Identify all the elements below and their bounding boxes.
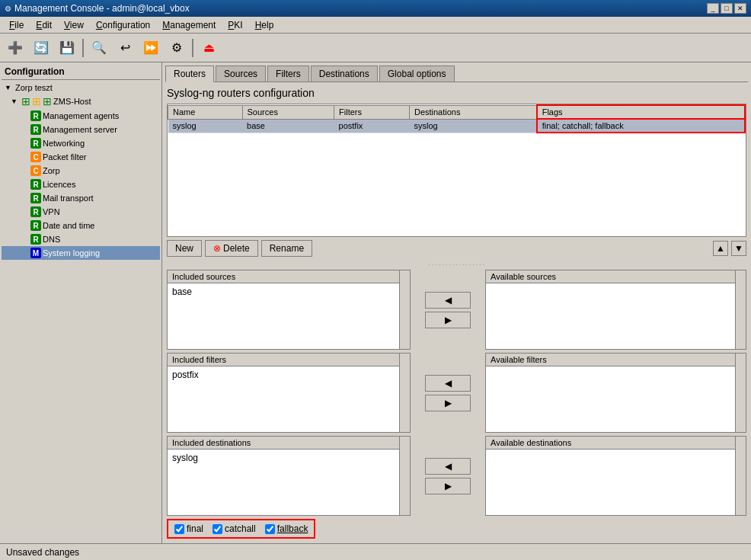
r-icon: R xyxy=(30,193,41,203)
r-icon: R xyxy=(30,124,41,135)
new-button[interactable]: New xyxy=(167,240,202,257)
flag-catchall-checkbox[interactable]: catchall xyxy=(213,523,256,534)
toolbar-settings-button[interactable]: ⚙ xyxy=(165,37,189,59)
host-icon3: ⊞ xyxy=(43,95,52,107)
flag-catchall-input[interactable] xyxy=(213,524,222,534)
sidebar-item-dns[interactable]: R DNS xyxy=(2,232,160,246)
sidebar-item-label: Zorp xyxy=(43,166,60,175)
new-button-label: New xyxy=(175,243,193,254)
available-sources-panel: Available sources xyxy=(485,270,746,350)
destinations-move-right-btn[interactable]: ▶ xyxy=(425,478,471,494)
destinations-move-left-btn[interactable]: ◀ xyxy=(425,458,471,475)
sidebar-item-mgmt-server[interactable]: R Management server xyxy=(2,123,160,136)
action-button-bar: New ⊗ Delete Rename ▲ ▼ xyxy=(167,237,746,260)
rename-button-label: Rename xyxy=(270,243,304,254)
delete-button-label: Delete xyxy=(223,243,250,254)
menu-view[interactable]: View xyxy=(58,18,90,32)
sidebar-item-mgmt-agents[interactable]: R Management agents xyxy=(2,109,160,123)
toolbar-save-button[interactable]: 💾 xyxy=(55,37,79,59)
sources-arrows: ◀ ▶ xyxy=(414,270,482,350)
scroll-down-btn[interactable]: ▼ xyxy=(731,241,746,256)
r-icon: R xyxy=(30,179,41,190)
sidebar-item-label: Mail transport xyxy=(43,194,94,203)
included-destinations-title: Included destinations xyxy=(168,437,410,450)
menu-edit[interactable]: Edit xyxy=(30,18,58,32)
available-sources-title: Available sources xyxy=(486,270,746,283)
menu-help[interactable]: Help xyxy=(249,18,280,32)
sidebar-title: Configuration xyxy=(2,64,160,80)
available-filters-scrollbar[interactable] xyxy=(735,354,746,432)
tab-filters[interactable]: Filters xyxy=(267,66,309,82)
menu-pki[interactable]: PKI xyxy=(222,18,248,32)
sidebar-item-zorp[interactable]: C Zorp xyxy=(2,164,160,178)
sidebar-item-networking[interactable]: R Networking xyxy=(2,136,160,150)
included-filters-scrollbar[interactable] xyxy=(399,354,410,432)
sources-move-right-btn[interactable]: ▶ xyxy=(425,312,471,328)
host-icon2: ⊞ xyxy=(32,95,41,107)
filters-move-right-btn[interactable]: ▶ xyxy=(425,395,471,411)
sidebar-item-system-logging[interactable]: M System logging xyxy=(2,246,160,260)
filters-move-left-btn[interactable]: ◀ xyxy=(425,375,471,392)
arrow-icon: ▼ xyxy=(11,98,20,105)
sidebar-item-vpn[interactable]: R VPN xyxy=(2,205,160,219)
included-filters-content: postfix xyxy=(168,366,410,432)
available-sources-scrollbar[interactable] xyxy=(735,270,746,349)
toolbar-new-button[interactable]: ➕ xyxy=(3,37,27,59)
flag-fallback-checkbox[interactable]: fallback xyxy=(265,523,308,534)
sidebar-item-label: ZMS-Host xyxy=(53,97,91,106)
list-item[interactable]: base xyxy=(172,286,405,297)
tab-destinations[interactable]: Destinations xyxy=(311,66,378,82)
available-destinations-scrollbar[interactable] xyxy=(735,437,746,515)
flag-final-checkbox[interactable]: final xyxy=(174,523,203,534)
sidebar-item-zms-host[interactable]: ▼ ⊞ ⊞ ⊞ ZMS-Host xyxy=(2,94,160,109)
sidebar-item-mail-transport[interactable]: R Mail transport xyxy=(2,191,160,205)
col-header-destinations: Destinations xyxy=(409,105,536,119)
filters-transfer-row: Included filters postfix ◀ ▶ Available f… xyxy=(167,353,746,433)
toolbar: ➕ 🔄 💾 🔍 ↩ ⏩ ⚙ ⏏ xyxy=(0,34,751,62)
content-area: Routers Sources Filters Destinations Glo… xyxy=(162,62,751,543)
sidebar-item-zorp-teszt[interactable]: ▼ Zorp teszt xyxy=(2,82,160,94)
menu-file[interactable]: File xyxy=(3,18,30,32)
scroll-up-btn[interactable]: ▲ xyxy=(713,241,728,256)
flag-fallback-label: fallback xyxy=(277,523,308,534)
included-sources-scrollbar[interactable] xyxy=(399,270,410,349)
tab-global-options[interactable]: Global options xyxy=(379,66,455,82)
sidebar-item-label: System logging xyxy=(43,248,100,258)
menu-management[interactable]: Management xyxy=(156,18,222,32)
toolbar-disconnect-button[interactable]: ⏏ xyxy=(197,37,221,59)
delete-icon: ⊗ xyxy=(213,243,221,254)
sidebar-item-date-time[interactable]: R Date and time xyxy=(2,219,160,232)
flag-fallback-input[interactable] xyxy=(265,524,275,534)
list-item[interactable]: postfix xyxy=(172,370,405,380)
toolbar-forward-button[interactable]: ⏩ xyxy=(139,37,163,59)
included-destinations-scrollbar[interactable] xyxy=(399,437,410,515)
tab-sources[interactable]: Sources xyxy=(216,66,266,82)
delete-button[interactable]: ⊗ Delete xyxy=(205,240,258,257)
sidebar-item-label: Networking xyxy=(43,139,85,148)
toolbar-refresh-button[interactable]: 🔄 xyxy=(29,37,53,59)
included-destinations-content: syslog xyxy=(168,450,410,515)
status-text: Unsaved changes xyxy=(6,547,79,558)
arrow-icon: ▼ xyxy=(5,84,14,91)
sources-move-left-btn[interactable]: ◀ xyxy=(425,292,471,309)
filters-arrows: ◀ ▶ xyxy=(414,353,482,433)
close-button[interactable]: ✕ xyxy=(734,3,746,14)
sidebar-item-packet-filter[interactable]: C Packet filter xyxy=(2,150,160,164)
included-filters-title: Included filters xyxy=(168,354,410,366)
table-row[interactable]: syslog base postfix syslog final; catcha… xyxy=(168,119,746,133)
rename-button[interactable]: Rename xyxy=(261,240,312,257)
flag-final-input[interactable] xyxy=(174,524,184,534)
minimize-button[interactable]: _ xyxy=(707,3,719,14)
included-destinations-panel: Included destinations syslog xyxy=(167,436,411,516)
sidebar-item-label: DNS xyxy=(43,235,60,244)
sidebar-item-licences[interactable]: R Licences xyxy=(2,178,160,191)
sidebar-item-label: Management agents xyxy=(43,111,119,120)
toolbar-back-button[interactable]: ↩ xyxy=(113,37,137,59)
maximize-button[interactable]: □ xyxy=(721,3,733,14)
tab-routers[interactable]: Routers xyxy=(165,66,214,82)
toolbar-search-button[interactable]: 🔍 xyxy=(87,37,111,59)
list-item[interactable]: syslog xyxy=(172,453,405,463)
menu-configuration[interactable]: Configuration xyxy=(90,18,156,32)
included-filters-panel: Included filters postfix xyxy=(167,353,411,433)
r-icon: R xyxy=(30,220,41,231)
